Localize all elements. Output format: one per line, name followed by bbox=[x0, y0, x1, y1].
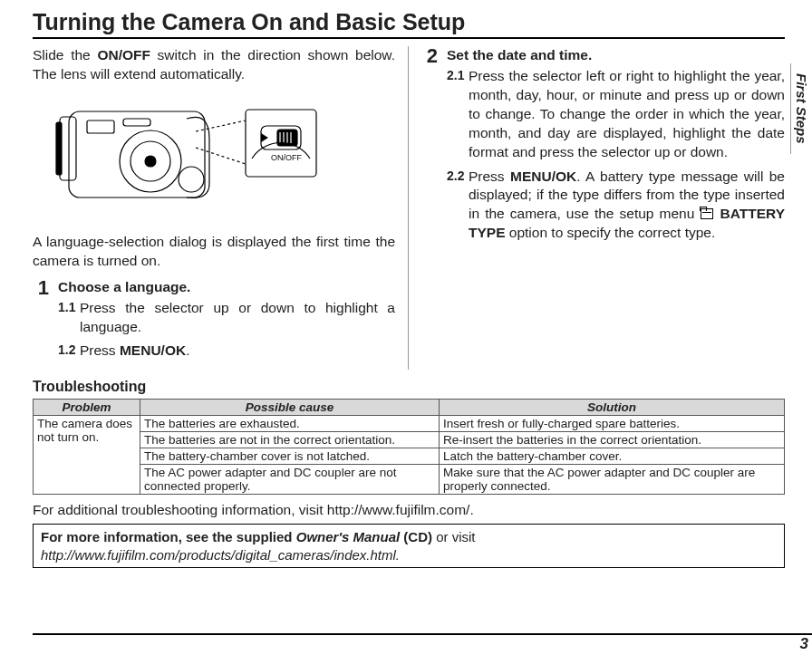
svg-rect-1 bbox=[60, 117, 76, 180]
step-1: 1 Choose a language. 1.1 Press the selec… bbox=[33, 278, 395, 367]
left-column: Slide the ON/OFF switch in the direction… bbox=[33, 46, 409, 370]
step-1-1: 1.1 Press the selector up or down to hig… bbox=[58, 299, 395, 337]
intro-text: Slide the ON/OFF switch in the direction… bbox=[33, 46, 395, 84]
side-tab: First Steps bbox=[790, 63, 812, 154]
step-2-2: 2.2 Press MENU/OK. A battery type messag… bbox=[447, 168, 785, 244]
step-2-number: 2 bbox=[421, 46, 438, 248]
cause-cell: The batteries are exhausted. bbox=[140, 416, 440, 432]
cause-cell: The batteries are not in the correct ori… bbox=[140, 432, 440, 448]
after-illus-text: A language-selection dialog is displayed… bbox=[33, 233, 395, 271]
solution-cell: Latch the battery-chamber cover. bbox=[439, 448, 784, 465]
additional-info: For additional troubleshooting informati… bbox=[33, 502, 785, 518]
page-number: 3 bbox=[800, 635, 808, 653]
svg-rect-7 bbox=[123, 119, 150, 126]
info-box: For more information, see the supplied O… bbox=[33, 524, 785, 568]
right-column: 2 Set the date and time. 2.1 Press the s… bbox=[409, 46, 785, 370]
table-row: The battery-chamber cover is not latched… bbox=[34, 448, 785, 465]
svg-rect-0 bbox=[69, 111, 205, 197]
solution-cell: Insert fresh or fully-charged spare batt… bbox=[439, 416, 784, 432]
solution-cell: Re-insert the batteries in the correct o… bbox=[439, 432, 784, 448]
svg-point-5 bbox=[145, 156, 156, 167]
setup-icon bbox=[701, 208, 713, 219]
svg-line-10 bbox=[196, 148, 246, 164]
solution-cell: Make sure that the AC power adapter and … bbox=[439, 465, 784, 495]
svg-point-8 bbox=[179, 167, 204, 192]
svg-rect-6 bbox=[87, 120, 114, 133]
step-2-1: 2.1 Press the selector left or right to … bbox=[447, 67, 785, 162]
troubleshoot-heading: Troubleshooting bbox=[33, 379, 785, 395]
col-cause: Possible cause bbox=[140, 400, 440, 416]
step-2: 2 Set the date and time. 2.1 Press the s… bbox=[421, 46, 785, 248]
col-problem: Problem bbox=[34, 400, 140, 416]
step-1-2: 1.2 Press MENU/OK. bbox=[58, 342, 395, 361]
col-solution: Solution bbox=[439, 400, 784, 416]
step-1-number: 1 bbox=[33, 278, 49, 367]
page-title: Turning the Camera On and Basic Setup bbox=[33, 9, 785, 39]
table-header-row: Problem Possible cause Solution bbox=[34, 400, 785, 416]
troubleshoot-table: Problem Possible cause Solution The came… bbox=[33, 399, 785, 495]
svg-rect-2 bbox=[56, 122, 62, 175]
step-1-heading: Choose a language. bbox=[58, 278, 395, 297]
table-row: The batteries are not in the correct ori… bbox=[34, 432, 785, 448]
table-row: The AC power adapter and DC coupler are … bbox=[34, 465, 785, 495]
camera-illustration: ON/OFF bbox=[51, 93, 323, 220]
cause-cell: The AC power adapter and DC coupler are … bbox=[140, 465, 440, 495]
page: Turning the Camera On and Basic Setup Sl… bbox=[0, 0, 812, 568]
cause-cell: The battery-chamber cover is not latched… bbox=[140, 448, 440, 465]
table-row: The camera does not turn on. The batteri… bbox=[34, 416, 785, 432]
problem-cell: The camera does not turn on. bbox=[34, 416, 140, 495]
step-2-heading: Set the date and time. bbox=[447, 46, 785, 65]
on-off-label: ON/OFF bbox=[271, 153, 302, 162]
two-columns: Slide the ON/OFF switch in the direction… bbox=[33, 46, 785, 370]
svg-line-9 bbox=[196, 120, 246, 131]
footer-rule bbox=[33, 633, 812, 635]
